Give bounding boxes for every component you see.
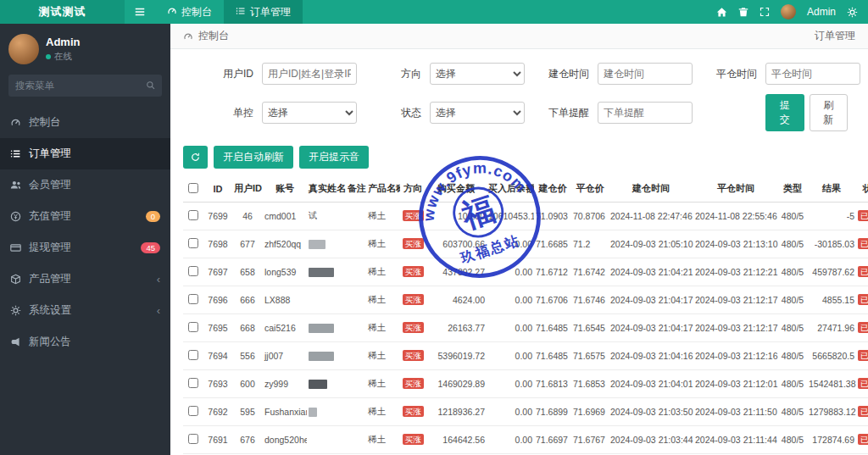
cell-user-id: 595	[232, 398, 263, 426]
row-checkbox[interactable]	[188, 294, 198, 304]
gear-icon[interactable]	[847, 7, 858, 18]
avatar[interactable]	[781, 4, 796, 19]
open-time-input[interactable]	[598, 63, 693, 85]
cell-account: Fushanxiang	[263, 398, 307, 426]
row-checkbox[interactable]	[188, 378, 198, 388]
redacted-name	[309, 408, 317, 417]
cell-close-time: 2024-09-03 21:12:17	[693, 286, 778, 314]
status-badge: 已平仓	[858, 238, 868, 249]
sidebar-item-dashboard[interactable]: 控制台	[0, 107, 170, 138]
row-checkbox[interactable]	[188, 406, 198, 416]
cell-open-time: 2024-09-03 21:03:50	[609, 398, 693, 426]
status-select[interactable]: 选择	[430, 102, 525, 124]
sidebar-item-orders[interactable]: 订单管理	[0, 138, 170, 169]
select-all-checkbox[interactable]	[188, 183, 198, 193]
table-row: 7695668cai5216稀土买涨26163.770.0071.648571.…	[183, 314, 868, 342]
row-checkbox[interactable]	[188, 210, 198, 220]
cell-amount: 437892.27	[426, 258, 487, 286]
nav-item-orders[interactable]: 订单管理	[224, 0, 303, 24]
sidebar-item-news[interactable]: 新闻公告	[0, 326, 170, 358]
cell-account: zhf520qq	[263, 230, 307, 258]
refresh-icon	[191, 153, 200, 162]
topbar: 测试测试 控制台 订单管理 Admin	[0, 0, 868, 24]
cell-balance: 10610453.11	[487, 203, 534, 230]
cell-open-price: 71.6899	[534, 398, 571, 426]
topbar-username: Admin	[807, 6, 836, 18]
status-badge: 已平仓	[858, 322, 868, 333]
sidebar-item-withdraw[interactable]: 提现管理 45	[0, 232, 170, 264]
sound-button[interactable]: 开启提示音	[299, 146, 369, 169]
recharge-badge: 0	[146, 211, 160, 222]
cell-result: 459787.62	[807, 258, 856, 286]
filter-actions: 提交 刷新	[708, 94, 848, 131]
cell-open-price: 71.6697	[534, 426, 571, 454]
dashboard-icon	[183, 31, 193, 42]
redacted-name	[309, 268, 334, 277]
column-header: 账号	[263, 175, 307, 203]
cell-open-price: 71.6685	[534, 230, 571, 258]
column-header: 类型	[778, 175, 807, 203]
search-icon[interactable]	[146, 78, 155, 93]
control-select[interactable]: 选择	[262, 102, 357, 124]
sidebar-item-recharge[interactable]: 充值管理 0	[0, 201, 170, 232]
cell-amount: 164642.56	[426, 426, 487, 454]
hamburger-menu-icon[interactable]	[125, 0, 155, 24]
cell-real-name	[307, 370, 346, 398]
withdraw-icon	[10, 242, 21, 253]
row-checkbox[interactable]	[188, 434, 198, 444]
users-icon	[10, 180, 21, 191]
direction-select[interactable]: 选择	[430, 63, 525, 85]
refresh-button[interactable]: 刷新	[810, 94, 849, 131]
close-time-input[interactable]	[765, 63, 860, 85]
column-header: 买入后余额	[487, 175, 534, 203]
cell-account: cai5216	[263, 314, 307, 342]
cell-open-price: 71.6485	[534, 342, 571, 370]
direction-badge: 买涨	[403, 322, 424, 333]
row-checkbox[interactable]	[188, 350, 198, 360]
cell-result: -30185.03	[807, 230, 856, 258]
status-badge: 已平仓	[858, 350, 868, 361]
profile-name: Admin	[46, 36, 80, 48]
remind-input[interactable]	[598, 102, 693, 124]
submit-button[interactable]: 提交	[765, 94, 804, 131]
cell-remark	[346, 203, 366, 230]
auto-refresh-button[interactable]: 开启自动刷新	[214, 146, 293, 169]
cell-status: 已平仓	[856, 342, 868, 370]
list-icon	[10, 148, 21, 159]
cell-remark	[346, 398, 366, 426]
filter-label: 建仓时间	[540, 67, 589, 81]
cell-open-price: 71.0903	[534, 203, 571, 230]
sidebar-item-settings[interactable]: 系统设置 ‹	[0, 295, 170, 326]
table-refresh-button[interactable]	[183, 146, 208, 169]
user-id-input[interactable]	[262, 63, 357, 85]
row-checkbox[interactable]	[188, 238, 198, 248]
sidebar-item-members[interactable]: 会员管理	[0, 169, 170, 201]
status-badge: 已平仓	[858, 378, 868, 389]
cell-type: 480/5	[778, 342, 807, 370]
row-checkbox[interactable]	[188, 322, 198, 332]
cell-balance: 0.00	[487, 370, 534, 398]
fullscreen-icon[interactable]	[760, 7, 770, 17]
column-header: 平仓时间	[693, 175, 778, 203]
filter-status: 状态 选择	[372, 94, 525, 131]
menu-search-input[interactable]	[15, 80, 146, 91]
sidebar-profile: Admin 在线	[0, 24, 170, 71]
column-header: 购买金额	[426, 175, 487, 203]
cell-real-name	[307, 398, 346, 426]
sidebar-item-products[interactable]: 产品管理 ‹	[0, 264, 170, 295]
avatar[interactable]	[8, 34, 39, 64]
direction-badge: 买涨	[403, 406, 424, 417]
main-content: 控制台 订单管理 www.9fym.com 福 玖福总站	[170, 24, 868, 455]
nav-item-dashboard[interactable]: 控制台	[155, 0, 224, 24]
column-header: 结果	[807, 175, 856, 203]
cell-direction: 买涨	[400, 203, 426, 230]
cell-type: 480/5	[778, 314, 807, 342]
cell-remark	[346, 258, 366, 286]
cell-user-id: 676	[232, 426, 263, 454]
row-checkbox[interactable]	[188, 266, 198, 276]
home-icon[interactable]	[716, 7, 727, 18]
direction-badge: 买涨	[403, 210, 424, 221]
trash-icon[interactable]	[738, 7, 748, 17]
withdraw-badge: 45	[141, 242, 160, 253]
topbar-right: Admin	[716, 0, 868, 24]
